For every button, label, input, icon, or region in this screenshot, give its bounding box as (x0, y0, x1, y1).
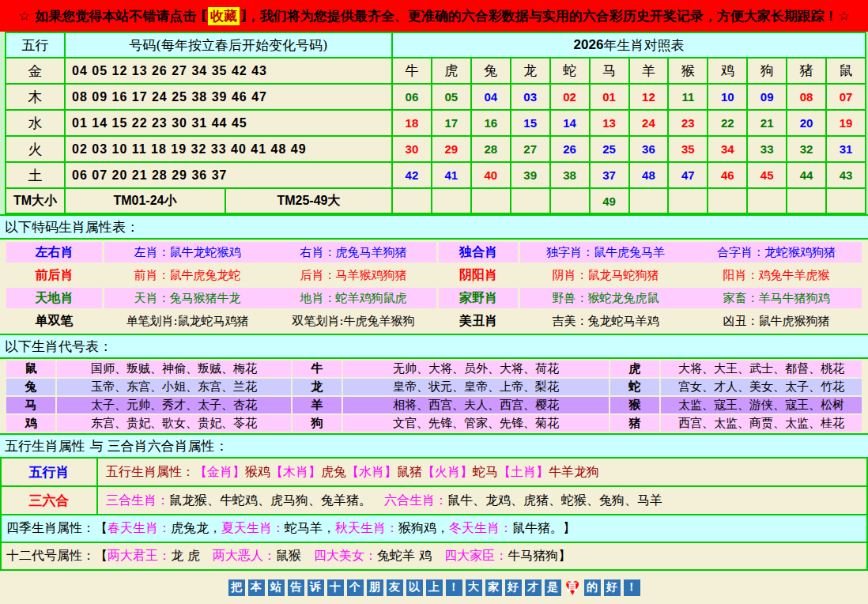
footer-tile: 才 (525, 579, 542, 596)
attr-value: 右肖：虎兔马羊狗猪 (300, 245, 407, 260)
zodiac-number-cell: 35 (669, 137, 707, 161)
zodiac-header-cell: 羊 (630, 59, 668, 83)
zodiac-code-label: 鸡 (6, 415, 55, 432)
zodiac-number-cell: 01 (591, 85, 628, 109)
footer-tile-char: 好 (606, 580, 617, 595)
footer-tile: 站 (268, 579, 285, 596)
footer-tile-char: 是 (547, 580, 558, 595)
attr-value: 独字肖：鼠牛虎兔马羊 (546, 245, 665, 260)
zodiac-number-cell: 21 (748, 111, 786, 135)
text-segment: 春天生肖： (108, 520, 171, 537)
text-segment: 秋天生肖： (335, 520, 398, 537)
header-zodiac-year-title: 2026年生肖对照表 (393, 33, 865, 57)
text-segment: 牛羊龙狗 (549, 464, 599, 481)
attr-category-label: 阴阳肖 (439, 265, 518, 285)
attr-row: 单双笔单笔划肖:鼠龙蛇马鸡猪双笔划肖:牛虎兔羊猴狗美丑肖吉美：兔龙蛇马羊鸡凶丑：… (6, 311, 862, 331)
attr-category-label: 前后肖 (6, 265, 102, 285)
text-segment: 虎兔 (321, 464, 346, 481)
zodiac-reference-table: 五行 号码(每年按立春后开始变化号码) 2026年生肖对照表 金04 05 12… (5, 32, 866, 214)
attr-values-right: 野兽：猴蛇龙兔虎鼠家畜：羊马牛猪狗鸡 (520, 288, 862, 308)
zodiac-number-cell (511, 189, 549, 213)
attr-value: 左肖：鼠牛龙蛇猴鸡 (134, 245, 241, 260)
section-title-attr: 以下特码生肖属性表： (0, 214, 868, 240)
zodiac-number-cell: 33 (748, 137, 786, 161)
footer-tile: 大 (466, 579, 482, 596)
attr-category-label: 左右肖 (6, 242, 102, 262)
zodiac-number-cell: 12 (630, 85, 668, 109)
attr-category-label: 美丑肖 (439, 311, 518, 331)
zodiac-number-cell: 36 (630, 137, 668, 161)
text-segment: 鼠牛猪。】 (512, 520, 576, 537)
zodiac-number-cell (787, 189, 825, 213)
numbers-cell: 02 03 10 11 18 19 32 33 40 41 48 49 (66, 137, 391, 161)
zodiac-number-cell: 07 (827, 85, 865, 109)
footer-tile-char: 本 (251, 580, 262, 595)
zodiac-code-value: 大将、大王、武士、都督、桃花 (661, 361, 862, 377)
main-table-section: 五行 号码(每年按立春后开始变化号码) 2026年生肖对照表 金04 05 12… (0, 32, 868, 214)
wuxing-label: 五行肖 (2, 459, 98, 485)
zodiac-title: 年生肖对照表 (603, 36, 684, 55)
zodiac-number-cell: 18 (393, 111, 431, 135)
sanliuhe-text: 三合生肖：鼠龙猴、牛蛇鸡、虎马狗、兔羊猪。 六合生肖：鼠牛、龙鸡、虎猪、蛇猴、兔… (98, 487, 662, 514)
text-segment: 冬天生肖： (449, 520, 512, 537)
tm-size-label: TM大小 (6, 189, 64, 213)
zodiac-code-label: 猴 (610, 397, 659, 413)
attr-value: 后肖：马羊猴鸡狗猪 (300, 268, 407, 283)
zodiac-number-cell: 13 (591, 111, 628, 135)
zodiac-year: 2026 (574, 37, 604, 53)
footer-tile: ！ (624, 579, 640, 596)
footer-tile: 家 (485, 579, 502, 596)
section-title-codes: 以下生肖代号表： (0, 334, 868, 359)
attr-category-label: 独合肖 (439, 242, 518, 262)
zodiac-number-cell: 38 (551, 163, 589, 187)
footer-tile: 把 (228, 579, 245, 596)
numbers-cell: 01 14 15 22 23 30 31 44 45 (66, 111, 391, 135)
text-segment: 龙 虎 (171, 548, 213, 564)
attr-row: 天地肖天肖：兔马猴猪牛龙地肖：蛇羊鸡狗鼠虎家野肖野兽：猴蛇龙兔虎鼠家畜：羊马牛猪… (6, 288, 862, 308)
attr-value: 合字肖：龙蛇猴鸡狗猪 (717, 245, 836, 260)
footer-tile-char: 好 (508, 580, 519, 595)
footer-tile: 是 (545, 579, 561, 596)
bookmark-link[interactable]: 收藏 (208, 7, 240, 25)
element-cell: 火 (6, 137, 64, 161)
text-segment: 两大恶人： (213, 548, 276, 564)
zodiac-header-cell: 鼠 (827, 59, 865, 83)
zodiac-number-cell: 40 (472, 163, 510, 187)
footer-tile: 十 (327, 579, 344, 596)
attr-value: 阴肖：鼠龙马蛇狗猪 (553, 268, 659, 283)
zodiac-number-cell: 05 (432, 85, 470, 109)
footer-tile-char: 告 (290, 580, 301, 595)
tm-split-cell: TM01-24小TM25-49大 (66, 189, 391, 213)
zodiac-code-label: 鼠 (6, 361, 55, 377)
zodiac-number-cell (669, 189, 707, 213)
tm-small-range: TM01-24小 (66, 189, 225, 213)
text-segment: 四大家臣： (444, 548, 508, 564)
footer-slogan: 把本站告诉十个朋友以上！大家好才是真的好！ (0, 571, 868, 604)
zodiac-header-cell: 猴 (669, 59, 707, 83)
attr-value: 地肖：蛇羊鸡狗鼠虎 (300, 291, 407, 306)
text-segment: 鼠龙猴、牛蛇鸡、虎马狗、兔羊猪。 (169, 493, 384, 509)
zodiac-number-cell: 14 (551, 111, 589, 135)
zodiac-number-cell: 45 (748, 163, 786, 187)
footer-tile-char: 十 (330, 580, 341, 595)
footer-tile-char: 上 (428, 580, 440, 595)
element-cell: 木 (6, 85, 64, 109)
attr-values-left: 左肖：鼠牛龙蛇猴鸡右肖：虎兔马羊狗猪 (104, 242, 436, 262)
element-cell: 土 (6, 163, 64, 187)
attr-value: 吉美：兔龙蛇马羊鸡 (553, 314, 659, 329)
attr-value: 野兽：猴蛇龙兔虎鼠 (553, 291, 659, 306)
zodiac-number-cell (708, 189, 746, 213)
zodiac-number-cell: 39 (511, 163, 549, 187)
zodiac-header-cell: 猪 (787, 59, 825, 83)
element-cell: 金 (6, 59, 64, 83)
zodiac-number-cell (472, 189, 510, 213)
footer-tile: 诉 (308, 579, 324, 596)
zodiac-number-cell: 29 (432, 137, 470, 161)
text-segment: 【木肖】 (270, 464, 321, 481)
zodiac-number-cell: 44 (787, 163, 825, 187)
zodiac-number-cell (827, 189, 865, 213)
zodiac-number-cell: 08 (787, 85, 825, 109)
text-segment: 夏天生肖： (221, 520, 285, 537)
text-segment: 五行生肖属性： (106, 464, 194, 481)
zodiac-number-cell: 30 (393, 137, 431, 161)
